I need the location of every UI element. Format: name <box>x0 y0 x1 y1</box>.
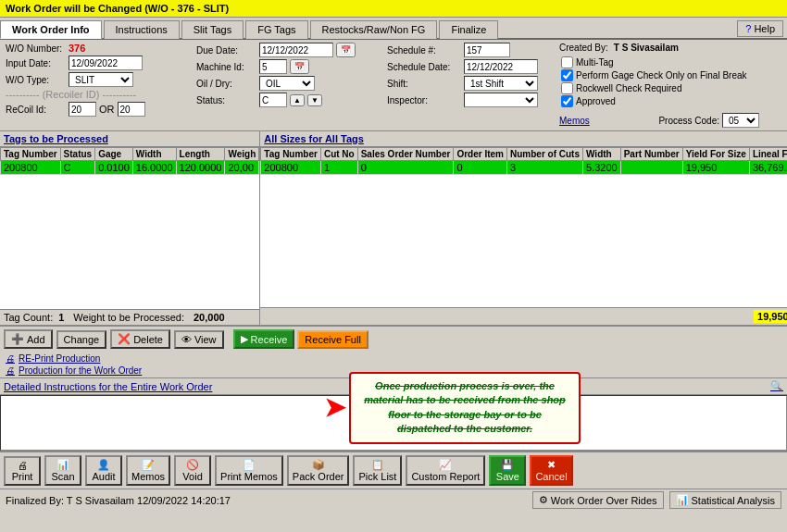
print-memos-button[interactable]: 📄 Print Memos <box>215 455 283 486</box>
arrow-icon: ➤ <box>324 392 345 423</box>
cell-as-tag-number: 200800 <box>261 161 321 175</box>
col-order-item: Order Item <box>454 148 507 161</box>
table-row[interactable]: 200800 C 0.0100 16.0000 120.0000 20,00 <box>1 161 259 175</box>
schedule-date-field[interactable] <box>464 59 538 74</box>
memos-link[interactable]: Memos <box>559 116 590 126</box>
tooltip-box: Once production process is over, the mat… <box>349 372 581 444</box>
form-section: W/O Number: 376 Input Date: W/O Type: SL… <box>0 40 787 131</box>
delete-button[interactable]: ❌ Delete <box>110 329 170 349</box>
pick-list-button[interactable]: 📋 Pick List <box>353 455 402 486</box>
recoil-id-field2[interactable] <box>118 102 145 117</box>
recoil-or-text: OR <box>99 104 115 115</box>
cell-width: 16.0000 <box>132 161 176 175</box>
cell-yield-size: 19,950 <box>682 161 749 175</box>
col-gage: Gage <box>95 148 133 161</box>
footer-yield-value: 19,950 <box>754 310 787 323</box>
due-date-calendar[interactable]: 📅 <box>336 43 356 57</box>
status-field[interactable] <box>259 93 287 107</box>
print-button[interactable]: 🖨 Print <box>4 456 41 486</box>
cell-length: 120.0000 <box>176 161 225 175</box>
pack-icon: 📦 <box>312 459 325 471</box>
cell-cut-no: 1 <box>320 161 357 175</box>
cell-sales-order: 0 <box>357 161 454 175</box>
tag-count-value: 1 <box>58 312 64 323</box>
status-up[interactable]: ▲ <box>290 94 305 106</box>
status-down[interactable]: ▼ <box>307 94 322 106</box>
void-button[interactable]: 🚫 Void <box>174 455 211 486</box>
col-width: Width <box>132 148 176 161</box>
receive-full-button[interactable]: Receive Full <box>297 330 369 349</box>
print-memos-icon: 📄 <box>243 459 256 471</box>
chart-icon: 📊 <box>676 494 689 506</box>
recoil-id-field1[interactable] <box>69 102 96 117</box>
tab-finalize[interactable]: Finalize <box>439 20 498 39</box>
pack-order-button[interactable]: 📦 Pack Order <box>287 455 350 486</box>
oil-dry-select[interactable]: OIL <box>259 76 315 91</box>
audit-button[interactable]: 👤 Audit <box>85 455 122 486</box>
wo-type-label: W/O Type: <box>6 75 66 85</box>
scan-icon: 📊 <box>56 459 69 471</box>
all-sizes-table-container: Tag Number Cut No Sales Order Number Ord… <box>260 147 787 307</box>
action-row: ➕ Add Change ❌ Delete 👁 View ▶ Receive R… <box>0 326 787 352</box>
schedule-label: Schedule #: <box>387 45 461 56</box>
input-date-field[interactable] <box>69 56 143 70</box>
col-cut-no: Cut No <box>320 148 357 161</box>
statistical-analysis-button[interactable]: 📊 Statistical Analysis <box>669 491 781 509</box>
approved-checkbox[interactable] <box>561 95 573 107</box>
search-icon[interactable]: 🔍 <box>770 380 783 392</box>
rockwell-checkbox[interactable] <box>561 82 573 94</box>
wo-type-select[interactable]: SLIT <box>69 72 133 87</box>
multi-tag-checkbox[interactable] <box>561 56 573 68</box>
col-status: Status <box>60 148 95 161</box>
cancel-button[interactable]: ✖ Cancel <box>530 455 572 486</box>
cell-part-number <box>620 161 682 175</box>
delete-icon: ❌ <box>118 333 131 345</box>
cell-num-cuts: 3 <box>507 161 583 175</box>
machine-id-search[interactable]: 📅 <box>290 59 309 74</box>
view-button[interactable]: 👁 View <box>174 330 224 349</box>
due-date-label: Due Date: <box>196 45 256 56</box>
bottom-buttons: 🖨 Print 📊 Scan 👤 Audit 📝 Memos 🚫 Void 📄 … <box>0 451 787 489</box>
cell-lineal-ft: 36,769.0 <box>749 161 787 175</box>
custom-report-button[interactable]: 📈 Custom Report <box>406 455 485 486</box>
change-button[interactable]: Change <box>56 330 107 349</box>
reprint-production-link[interactable]: 🖨 RE-Print Production <box>6 353 781 364</box>
tab-work-order-info[interactable]: Work Order Info <box>0 20 102 39</box>
custom-report-icon: 📈 <box>439 459 452 471</box>
tab-slit-tags[interactable]: Slit Tags <box>181 20 244 39</box>
cell-weight: 20,00 <box>225 161 259 175</box>
tab-instructions[interactable]: Instructions <box>104 20 180 39</box>
add-button[interactable]: ➕ Add <box>4 329 53 349</box>
shift-select[interactable]: 1st Shift <box>464 76 538 91</box>
recoil-separator: ---------- (Recoiler ID) ---------- <box>6 89 136 100</box>
finalized-by: Finalized By: T S Sivasailam 12/09/2022 … <box>6 495 231 506</box>
tab-fg-tags[interactable]: FG Tags <box>245 20 307 39</box>
scan-manager-button[interactable]: 📊 Scan <box>44 455 81 486</box>
approved-label: Approved <box>576 96 616 106</box>
add-icon: ➕ <box>11 333 24 345</box>
wo-number-value: 376 <box>69 43 85 54</box>
col-tag-number: Tag Number <box>1 148 61 161</box>
tab-bar: Work Order Info Instructions Slit Tags F… <box>0 18 787 40</box>
due-date-field[interactable] <box>259 43 333 57</box>
tab-restocks[interactable]: Restocks/Raw/Non FG <box>310 20 438 39</box>
col-length: Length <box>176 148 225 161</box>
process-code-select[interactable]: 05 <box>722 113 759 128</box>
table-row[interactable]: 200800 1 0 0 3 5.3200 19,950 36,769.0 <box>261 161 787 175</box>
col-sales-order: Sales Order Number <box>357 148 454 161</box>
title-bar: Work Order will be Changed (W/O - 376 - … <box>0 0 787 18</box>
perform-gage-label: Perform Gage Check Only on Final Break <box>576 70 747 80</box>
save-button[interactable]: 💾 Save <box>489 455 526 486</box>
all-sizes-panel: All Sizes for All Tags Tag Number Cut No… <box>260 131 787 325</box>
perform-gage-checkbox[interactable] <box>561 69 573 81</box>
schedule-field[interactable] <box>464 43 510 57</box>
memos-icon: 📝 <box>142 459 155 471</box>
inspector-select[interactable] <box>464 93 538 107</box>
recoil-id-label: ReCoil Id: <box>6 105 66 115</box>
receive-button[interactable]: ▶ Receive <box>233 329 295 349</box>
help-button[interactable]: ? Help <box>737 20 783 37</box>
work-order-overrides-button[interactable]: ⚙ Work Order Over Rides <box>532 491 664 509</box>
memos-button[interactable]: 📝 Memos <box>126 455 170 486</box>
machine-id-field[interactable] <box>259 59 287 74</box>
inspector-label: Inspector: <box>387 95 461 105</box>
